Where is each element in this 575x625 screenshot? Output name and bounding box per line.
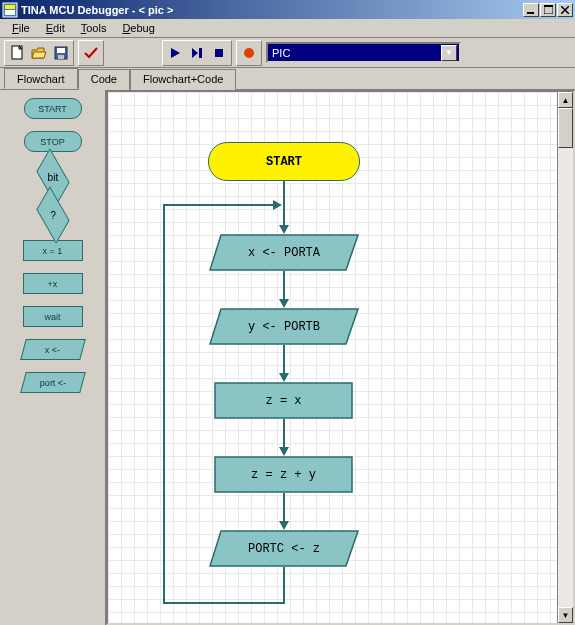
menu-bar: File Edit Tools Debug bbox=[0, 19, 575, 38]
palette-start-shape[interactable]: START bbox=[24, 98, 82, 119]
maximize-button[interactable] bbox=[540, 3, 556, 17]
flowchart-io-node[interactable]: y <- PORTB bbox=[209, 308, 359, 345]
menu-tools[interactable]: Tools bbox=[73, 20, 115, 36]
app-icon bbox=[2, 2, 18, 18]
flow-arrow bbox=[283, 181, 285, 225]
svg-rect-13 bbox=[57, 48, 65, 53]
flow-arrow bbox=[283, 567, 285, 603]
stop-button[interactable] bbox=[208, 42, 230, 64]
workspace: START STOP bit ? x = 1 +x wait x <- port… bbox=[0, 90, 575, 625]
chevron-down-icon[interactable]: ▼ bbox=[441, 45, 457, 61]
svg-rect-17 bbox=[199, 48, 202, 58]
play-button[interactable] bbox=[164, 42, 186, 64]
new-file-button[interactable] bbox=[6, 42, 28, 64]
palette-wait-shape[interactable]: wait bbox=[23, 306, 83, 327]
palette-assign-shape[interactable]: x = 1 bbox=[23, 240, 83, 261]
flowchart-start-node[interactable]: START bbox=[208, 142, 360, 181]
window-titlebar: TINA MCU Debugger - < pic > bbox=[0, 0, 575, 19]
palette-input-shape[interactable]: x <- bbox=[20, 339, 86, 360]
shape-palette: START STOP bit ? x = 1 +x wait x <- port… bbox=[0, 90, 106, 625]
arrow-head-icon bbox=[279, 373, 289, 382]
flow-arrow bbox=[283, 271, 285, 299]
palette-decision-shape[interactable]: ? bbox=[36, 186, 69, 243]
vertical-scrollbar[interactable]: ▲ ▼ bbox=[557, 92, 573, 623]
arrow-head-icon bbox=[279, 225, 289, 234]
check-button[interactable] bbox=[80, 42, 102, 64]
svg-marker-16 bbox=[192, 48, 198, 58]
menu-debug[interactable]: Debug bbox=[114, 20, 162, 36]
toolbar: PIC ▼ bbox=[0, 38, 575, 68]
scroll-thumb[interactable] bbox=[558, 108, 573, 148]
arrow-head-icon bbox=[279, 447, 289, 456]
scroll-track[interactable] bbox=[558, 108, 573, 607]
flow-arrow bbox=[283, 345, 285, 373]
flowchart-io-node[interactable]: x <- PORTA bbox=[209, 234, 359, 271]
tab-bar: Flowchart Code Flowchart+Code bbox=[0, 68, 575, 90]
arrow-head-icon bbox=[279, 521, 289, 530]
breakpoint-button[interactable] bbox=[238, 42, 260, 64]
arrow-head-icon bbox=[279, 299, 289, 308]
flow-arrow bbox=[163, 204, 165, 604]
tab-code[interactable]: Code bbox=[78, 69, 130, 90]
flowchart-canvas[interactable]: START x <- PORTA y <- PORTB z = bbox=[108, 92, 558, 625]
palette-increment-shape[interactable]: +x bbox=[23, 273, 83, 294]
save-button[interactable] bbox=[50, 42, 72, 64]
target-dropdown[interactable]: PIC ▼ bbox=[266, 42, 461, 63]
flow-arrow bbox=[283, 493, 285, 521]
menu-edit[interactable]: Edit bbox=[38, 20, 73, 36]
svg-rect-14 bbox=[58, 55, 64, 59]
flow-arrow bbox=[163, 602, 285, 604]
svg-rect-2 bbox=[5, 10, 15, 15]
tab-flowchart[interactable]: Flowchart bbox=[4, 68, 78, 89]
svg-rect-18 bbox=[215, 49, 223, 57]
palette-stop-shape[interactable]: STOP bbox=[24, 131, 82, 152]
tab-flowchart-code[interactable]: Flowchart+Code bbox=[130, 69, 236, 90]
flowchart-process-node[interactable]: z = x bbox=[214, 382, 353, 419]
flow-arrow bbox=[283, 419, 285, 447]
dropdown-value: PIC bbox=[270, 47, 441, 59]
arrow-head-icon bbox=[273, 200, 282, 210]
flow-arrow bbox=[163, 204, 274, 206]
svg-rect-3 bbox=[527, 12, 534, 14]
window-title: TINA MCU Debugger - < pic > bbox=[21, 4, 523, 16]
scroll-up-button[interactable]: ▲ bbox=[558, 92, 573, 108]
svg-marker-11 bbox=[32, 52, 46, 58]
palette-output-shape[interactable]: port <- bbox=[20, 372, 86, 393]
svg-rect-1 bbox=[5, 5, 15, 9]
canvas-area[interactable]: START x <- PORTA y <- PORTB z = bbox=[106, 90, 575, 625]
flowchart-process-node[interactable]: z = z + y bbox=[214, 456, 353, 493]
close-button[interactable] bbox=[557, 3, 573, 17]
svg-point-19 bbox=[244, 48, 254, 58]
flowchart-io-node[interactable]: PORTC <- z bbox=[209, 530, 359, 567]
svg-rect-5 bbox=[544, 5, 553, 7]
minimize-button[interactable] bbox=[523, 3, 539, 17]
scroll-down-button[interactable]: ▼ bbox=[558, 607, 573, 623]
step-forward-button[interactable] bbox=[186, 42, 208, 64]
svg-marker-15 bbox=[171, 48, 180, 58]
menu-file[interactable]: File bbox=[4, 20, 38, 36]
open-file-button[interactable] bbox=[28, 42, 50, 64]
